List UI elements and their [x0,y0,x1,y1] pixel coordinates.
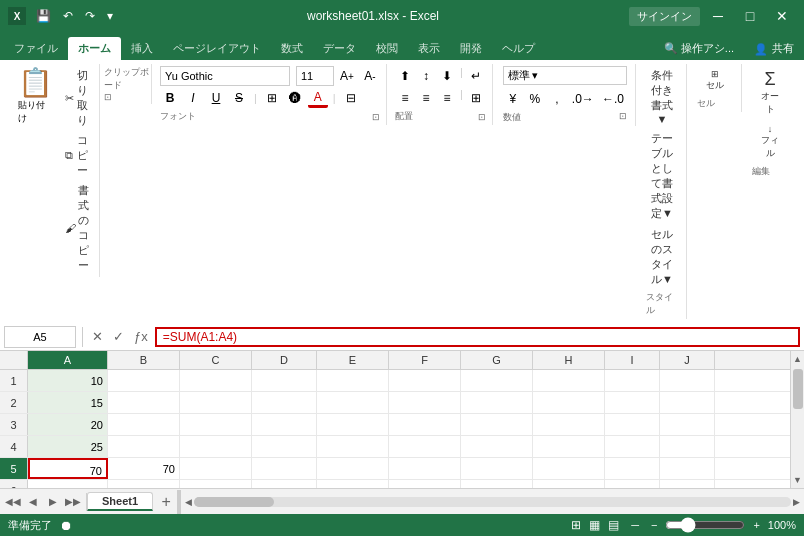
normal-view-button[interactable]: ⊞ [571,518,581,532]
col-header-C[interactable]: C [180,351,252,369]
horizontal-scrollbar[interactable]: ◀ ▶ [181,497,804,507]
cell-D2[interactable] [252,392,317,413]
align-center-button[interactable]: ≡ [416,88,436,108]
vertical-scrollbar[interactable]: ▲ ▼ [790,351,804,488]
cell-B4[interactable] [108,436,180,457]
cell-J6[interactable] [660,480,715,488]
row-num-3[interactable]: 3 [0,414,28,435]
cell-G1[interactable] [461,370,533,391]
col-header-I[interactable]: I [605,351,660,369]
italic-button[interactable]: I [183,88,203,108]
col-header-E[interactable]: E [317,351,389,369]
cell-E1[interactable] [317,370,389,391]
cell-B2[interactable] [108,392,180,413]
cell-I5[interactable] [605,458,660,479]
cell-G5[interactable] [461,458,533,479]
redo-button[interactable]: ↷ [81,7,99,25]
tab-page-layout[interactable]: ページレイアウト [163,37,271,60]
cell-D5[interactable] [252,458,317,479]
sheet-tab-sheet1[interactable]: Sheet1 [87,492,153,511]
cell-F6[interactable] [389,480,461,488]
col-header-F[interactable]: F [389,351,461,369]
cell-H6[interactable] [533,480,605,488]
cell-C2[interactable] [180,392,252,413]
scroll-sheets-prev-button[interactable]: ◀ [24,493,42,511]
cell-G6[interactable] [461,480,533,488]
cell-F3[interactable] [389,414,461,435]
insert-function-button[interactable]: ƒx [131,328,151,345]
cell-I2[interactable] [605,392,660,413]
scroll-sheets-right-button[interactable]: ▶▶ [64,493,82,511]
cell-J3[interactable] [660,414,715,435]
col-header-D[interactable]: D [252,351,317,369]
cell-styles-button[interactable]: セルのスタイル▼ [646,225,678,289]
cell-F2[interactable] [389,392,461,413]
cell-D4[interactable] [252,436,317,457]
add-sheet-button[interactable]: + [155,491,177,513]
font-size-input[interactable] [296,66,334,86]
scroll-right-button[interactable]: ▶ [793,497,800,507]
confirm-formula-button[interactable]: ✓ [110,328,127,345]
cell-C3[interactable] [180,414,252,435]
scroll-up-button[interactable]: ▲ [791,351,805,367]
cell-G4[interactable] [461,436,533,457]
tab-help[interactable]: ヘルプ [492,37,545,60]
tab-home[interactable]: ホーム [68,37,121,60]
decrease-decimal-button[interactable]: ←.0 [599,89,627,109]
decrease-font-button[interactable]: A- [360,66,380,86]
cell-J4[interactable] [660,436,715,457]
cell-I3[interactable] [605,414,660,435]
cell-J1[interactable] [660,370,715,391]
save-button[interactable]: 💾 [32,7,55,25]
align-right-button[interactable]: ≡ [437,88,457,108]
customize-qat-button[interactable]: ▾ [103,7,117,25]
cell-A2[interactable]: 15 [28,392,108,413]
cell-H2[interactable] [533,392,605,413]
row-num-5[interactable]: 5 [0,458,28,479]
border-button[interactable]: ⊞ [262,88,282,108]
cell-H3[interactable] [533,414,605,435]
merge-button[interactable]: ⊟ [341,88,361,108]
cell-E2[interactable] [317,392,389,413]
tab-view[interactable]: 表示 [408,37,450,60]
cell-A1[interactable]: 10 [28,370,108,391]
scroll-down-button[interactable]: ▼ [791,472,805,488]
cell-D6[interactable] [252,480,317,488]
cell-C6[interactable] [180,480,252,488]
cell-J5[interactable] [660,458,715,479]
row-num-6[interactable]: 6 [0,480,28,488]
tab-insert[interactable]: 挿入 [121,37,163,60]
tab-data[interactable]: データ [313,37,366,60]
clipboard-expand-icon[interactable]: ⊡ [104,92,149,102]
fill-color-button[interactable]: 🅐 [285,88,305,108]
restore-button[interactable]: □ [736,2,764,30]
minimize-button[interactable]: ─ [704,2,732,30]
cell-H4[interactable] [533,436,605,457]
cell-F5[interactable] [389,458,461,479]
cell-A5[interactable]: 70 [28,458,108,479]
underline-button[interactable]: U [206,88,226,108]
cell-F1[interactable] [389,370,461,391]
font-expand-icon[interactable]: ⊡ [372,112,380,122]
cell-A4[interactable]: 25 [28,436,108,457]
tab-review[interactable]: 校閲 [366,37,408,60]
increase-decimal-button[interactable]: .0→ [569,89,597,109]
currency-button[interactable]: ¥ [503,89,523,109]
row-num-1[interactable]: 1 [0,370,28,391]
undo-button[interactable]: ↶ [59,7,77,25]
cell-D3[interactable] [252,414,317,435]
conditional-format-button[interactable]: 条件付き書式▼ [646,66,678,127]
format-as-table-button[interactable]: テーブルとして書式設定▼ [646,129,678,223]
cell-reference-box[interactable] [4,326,76,348]
wrap-text-button[interactable]: ↵ [466,66,486,86]
align-top-button[interactable]: ⬆ [395,66,415,86]
tab-developer[interactable]: 開発 [450,37,492,60]
align-left-button[interactable]: ≡ [395,88,415,108]
col-header-J[interactable]: J [660,351,715,369]
row-num-4[interactable]: 4 [0,436,28,457]
row-num-2[interactable]: 2 [0,392,28,413]
scroll-thumb[interactable] [793,369,803,409]
cell-C4[interactable] [180,436,252,457]
cell-G2[interactable] [461,392,533,413]
cell-F4[interactable] [389,436,461,457]
